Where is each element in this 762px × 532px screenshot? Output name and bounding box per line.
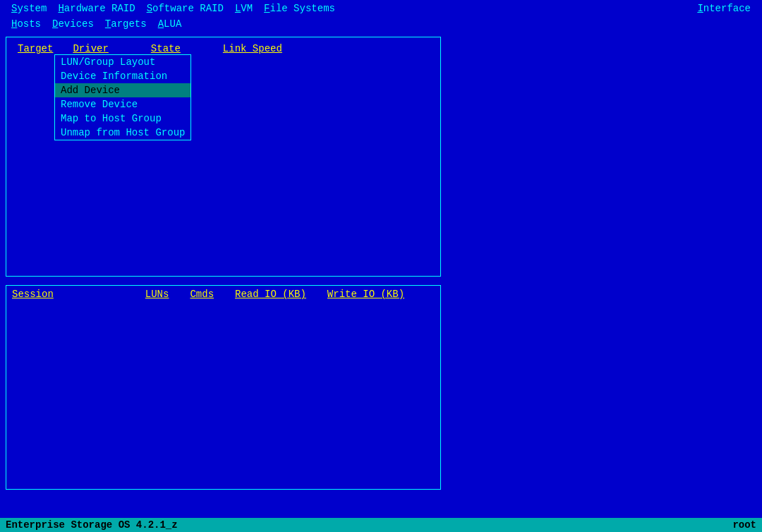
menu-hardware-raid[interactable]: Hardware RAID xyxy=(52,3,140,14)
submenu-alua[interactable]: ALUA xyxy=(152,18,188,30)
top-panel: Target Driver State Link Speed LUN/Group… xyxy=(6,37,441,277)
col-header-cmds[interactable]: Cmds xyxy=(190,289,214,300)
col-header-write-io-kb[interactable]: Write IO (KB) xyxy=(327,289,404,300)
menu-software-raid-label: Software RAID xyxy=(147,3,224,14)
bottom-panel-header: Session LUNs Cmds Read IO (KB) Write IO … xyxy=(6,286,440,303)
bottom-panel: Session LUNs Cmds Read IO (KB) Write IO … xyxy=(6,285,441,490)
submenu-targets[interactable]: Targets xyxy=(99,18,152,30)
dropdown-menu: LUN/Group Layout Device Information Add … xyxy=(54,54,191,140)
menu-lvm[interactable]: LVM xyxy=(229,3,258,14)
menu-file-systems[interactable]: File Systems xyxy=(258,3,341,14)
dropdown-lun-group-layout[interactable]: LUN/Group Layout xyxy=(55,55,190,69)
submenu-hosts-label: Hosts xyxy=(11,18,41,30)
submenu-alua-label: ALUA xyxy=(158,18,182,30)
menubar-left: System Hardware RAID Software RAID LVM F… xyxy=(6,3,341,14)
statusbar-left: Enterprise Storage OS 4.2.1_z xyxy=(6,519,178,531)
dropdown-remove-device[interactable]: Remove Device xyxy=(55,97,190,111)
dropdown-add-device[interactable]: Add Device xyxy=(55,83,190,97)
menu-interface[interactable]: Interface xyxy=(691,3,756,14)
menu-interface-label: Interface xyxy=(697,3,751,14)
submenu-devices-label: Devices xyxy=(52,18,94,30)
menu-software-raid[interactable]: Software RAID xyxy=(141,3,229,14)
menu-lvm-label: LVM xyxy=(235,3,253,14)
statusbar: Enterprise Storage OS 4.2.1_z root xyxy=(0,518,762,532)
menu-system[interactable]: System xyxy=(6,3,52,14)
submenu-hosts[interactable]: Hosts xyxy=(6,18,47,30)
submenubar: Hosts Devices Targets ALUA xyxy=(0,17,762,31)
submenu-targets-label: Targets xyxy=(105,18,147,30)
col-header-session[interactable]: Session xyxy=(12,289,54,300)
main-content: Target Driver State Link Speed LUN/Group… xyxy=(0,31,762,492)
statusbar-right: root xyxy=(732,519,756,531)
col-header-driver[interactable]: Driver xyxy=(73,43,108,54)
col-header-link-speed[interactable]: Link Speed xyxy=(223,43,282,54)
menu-system-label: System xyxy=(11,3,47,14)
menu-hardware-raid-label: Hardware RAID xyxy=(58,3,135,14)
col-header-luns[interactable]: LUNs xyxy=(145,289,169,300)
dropdown-map-to-host-group[interactable]: Map to Host Group xyxy=(55,111,190,126)
menu-file-systems-label: File Systems xyxy=(264,3,335,14)
menubar: System Hardware RAID Software RAID LVM F… xyxy=(0,0,762,17)
dropdown-device-information[interactable]: Device Information xyxy=(55,69,190,83)
col-header-read-io-kb[interactable]: Read IO (KB) xyxy=(235,289,306,300)
target-label[interactable]: Target xyxy=(12,40,59,57)
dropdown-unmap-from-host-group[interactable]: Unmap from Host Group xyxy=(55,126,190,140)
col-header-state[interactable]: State xyxy=(151,43,181,54)
submenu-devices[interactable]: Devices xyxy=(47,18,99,30)
